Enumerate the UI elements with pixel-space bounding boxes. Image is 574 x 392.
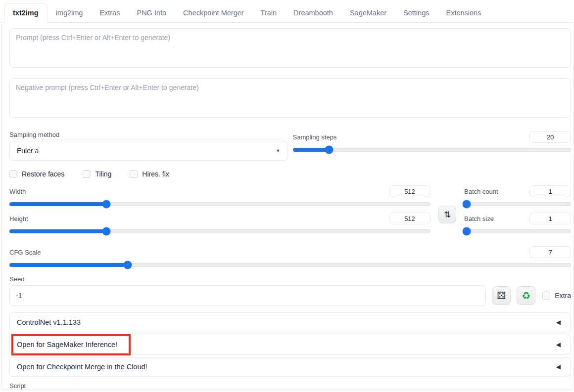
slider-thumb[interactable]	[123, 261, 132, 269]
options-check-row: Restore faces Tiling Hires. fix	[9, 170, 571, 178]
sampling-method-group: Sampling method Euler a ▼	[9, 131, 288, 161]
hires-fix-label: Hires. fix	[142, 170, 169, 178]
chevron-down-icon: ▼	[276, 148, 281, 153]
sampling-row: Sampling method Euler a ▼ Sampling steps	[9, 131, 571, 161]
slider-thumb[interactable]	[463, 200, 471, 209]
checkbox-icon[interactable]	[130, 170, 138, 178]
top-tab-bar: txt2img img2img Extras PNG Info Checkpoi…	[0, 0, 574, 23]
width-group: Width	[9, 185, 430, 206]
cfg-scale-value-input[interactable]	[529, 246, 571, 258]
accordion-collapse-arrow-icon: ◀	[556, 363, 561, 370]
tab-extras[interactable]: Extras	[91, 3, 128, 22]
prompt-wrap	[9, 28, 571, 70]
tab-dreambooth[interactable]: Dreambooth	[285, 3, 341, 22]
accordion-collapse-arrow-icon: ◀	[556, 319, 561, 326]
batch-column: Batch count Batch size	[464, 185, 571, 240]
slider-fill	[293, 148, 329, 152]
slider-fill	[9, 229, 106, 233]
sampling-steps-value-input[interactable]	[529, 131, 571, 143]
sampling-steps-group: Sampling steps	[293, 131, 572, 161]
tab-sagemaker[interactable]: SageMaker	[341, 3, 395, 22]
sagemaker-inference-accordion-title: Open for SageMaker Inference!	[17, 341, 117, 348]
sampling-method-label: Sampling method	[9, 131, 288, 138]
batch-count-value-input[interactable]	[529, 185, 571, 197]
batch-size-value-input[interactable]	[529, 213, 571, 224]
cfg-scale-slider[interactable]	[9, 263, 571, 267]
height-group: Height	[9, 213, 430, 233]
controlnet-accordion[interactable]: ControlNet v1.1.133 ◀	[9, 312, 571, 332]
slider-thumb[interactable]	[325, 146, 334, 154]
slider-thumb[interactable]	[463, 227, 471, 236]
restore-faces-label: Restore faces	[22, 170, 64, 178]
batch-count-label: Batch count	[464, 188, 498, 195]
tab-train[interactable]: Train	[252, 3, 286, 22]
tab-settings[interactable]: Settings	[395, 3, 437, 22]
tab-png-info[interactable]: PNG Info	[128, 3, 175, 22]
tiling-label: Tiling	[95, 170, 111, 178]
checkbox-icon[interactable]	[542, 292, 550, 300]
batch-size-label: Batch size	[464, 215, 494, 222]
script-label: Script	[9, 382, 571, 390]
batch-size-slider[interactable]	[464, 229, 571, 233]
slider-fill	[9, 202, 106, 206]
recycle-icon: ♻	[522, 290, 530, 302]
sagemaker-inference-accordion[interactable]: Open for SageMaker Inference! ◀	[9, 335, 571, 354]
cfg-scale-group: CFG Scale	[9, 246, 571, 267]
tab-img2img[interactable]: img2img	[48, 3, 92, 22]
tiling-checkbox[interactable]: Tiling	[83, 170, 111, 178]
hires-fix-checkbox[interactable]: Hires. fix	[130, 170, 169, 178]
random-seed-button[interactable]: ⚄	[492, 286, 511, 305]
tab-extensions[interactable]: Extensions	[437, 3, 489, 22]
extra-seed-checkbox[interactable]: Extra	[542, 292, 571, 300]
batch-size-group: Batch size	[464, 213, 571, 233]
reuse-seed-button[interactable]: ♻	[517, 286, 535, 305]
accordion-collapse-arrow-icon: ◀	[556, 341, 561, 348]
controlnet-accordion-title: ControlNet v1.1.133	[17, 318, 81, 326]
sampling-method-dropdown[interactable]: Euler a ▼	[9, 141, 288, 161]
batch-count-group: Batch count	[464, 185, 571, 206]
negative-prompt-input[interactable]	[9, 78, 571, 118]
dimensions-grid: Width Height ⇅	[9, 185, 571, 240]
checkpoint-merge-cloud-accordion-title: Open for Checkpoint Merge in the Cloud!	[17, 363, 147, 371]
batch-count-slider[interactable]	[464, 202, 571, 206]
seed-label: Seed	[9, 275, 571, 283]
extra-seed-label: Extra	[555, 292, 571, 300]
seed-input[interactable]	[9, 285, 486, 306]
slider-thumb[interactable]	[102, 227, 111, 236]
height-label: Height	[9, 215, 28, 222]
checkbox-icon[interactable]	[83, 170, 91, 178]
tab-txt2img[interactable]: txt2img	[4, 3, 48, 23]
dice-icon: ⚄	[497, 290, 506, 302]
slider-fill	[9, 263, 127, 267]
cfg-scale-label: CFG Scale	[9, 249, 41, 256]
checkbox-icon[interactable]	[9, 170, 17, 178]
height-slider[interactable]	[9, 229, 430, 233]
seed-row: ⚄ ♻ Extra	[9, 285, 571, 306]
width-value-input[interactable]	[389, 185, 430, 197]
prompt-input[interactable]	[9, 28, 571, 68]
txt2img-panel: Sampling method Euler a ▼ Sampling steps…	[1, 23, 574, 390]
script-group: Script None ▼	[9, 382, 571, 392]
width-slider[interactable]	[9, 202, 430, 206]
size-column: Width Height	[9, 185, 430, 240]
checkpoint-merge-cloud-accordion[interactable]: Open for Checkpoint Merge in the Cloud! …	[9, 357, 571, 377]
width-label: Width	[9, 188, 26, 195]
sampling-steps-slider[interactable]	[293, 148, 572, 152]
slider-thumb[interactable]	[102, 200, 111, 209]
swap-arrows-icon: ⇅	[444, 210, 451, 220]
sampling-steps-label: Sampling steps	[293, 133, 337, 141]
tab-checkpoint-merger[interactable]: Checkpoint Merger	[175, 3, 252, 22]
sampling-method-value: Euler a	[17, 147, 39, 155]
height-value-input[interactable]	[389, 213, 430, 224]
negative-prompt-wrap	[9, 78, 571, 120]
swap-width-height-button[interactable]: ⇅	[438, 206, 456, 223]
restore-faces-checkbox[interactable]: Restore faces	[9, 170, 64, 178]
